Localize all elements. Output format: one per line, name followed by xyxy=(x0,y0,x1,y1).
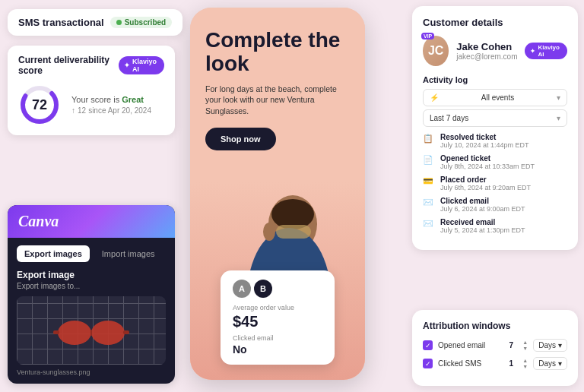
customer-klaviyo-badge: ✦ Klaviyo AI xyxy=(525,43,567,59)
attribution-row: ✓ Clicked SMS 1 ▲ ▼ Days ▾ xyxy=(423,357,567,370)
badge-dot xyxy=(116,20,122,25)
attribution-rows: ✓ Opened email 7 ▲ ▼ Days ▾ ✓ Clicked SM… xyxy=(423,339,567,370)
import-images-button[interactable]: Import images xyxy=(94,245,163,262)
popup-avatar-a: A xyxy=(233,280,251,298)
activity-label: Received email xyxy=(440,218,525,226)
unit-chevron: ▾ xyxy=(558,341,562,349)
donut-chart: 72 xyxy=(18,84,61,126)
sms-card-title: SMS transactional xyxy=(18,17,104,28)
activity-icon: ✉️ xyxy=(423,219,435,229)
score-card-header: Current deliverability score ✦ Klaviyo A… xyxy=(18,55,164,76)
attr-unit[interactable]: Days ▾ xyxy=(533,357,567,370)
shop-now-button[interactable]: Shop now xyxy=(205,128,276,150)
subscribed-badge: Subscribed xyxy=(110,17,172,28)
canva-header: Canva xyxy=(8,205,175,238)
activity-details: Opened ticket July 8th, 2024 at 10:33am … xyxy=(440,154,535,170)
attr-checkbox[interactable]: ✓ xyxy=(423,359,433,368)
svg-point-11 xyxy=(263,223,275,241)
attribution-title: Attribution windows xyxy=(423,321,567,331)
phone-inner: Complete the look For long days at the b… xyxy=(190,8,365,380)
svg-rect-4 xyxy=(90,330,92,336)
activity-icon: 📄 xyxy=(423,155,435,166)
activity-details: Placed order July 6th, 2024 at 9:20am ED… xyxy=(440,175,531,191)
activity-label: Placed order xyxy=(440,175,531,184)
attr-stepper[interactable]: ▲ ▼ xyxy=(522,358,528,369)
popup-avatar-b: B xyxy=(254,280,272,298)
attr-number: 7 xyxy=(505,341,517,349)
score-label: Your score is Great xyxy=(71,95,151,104)
svg-rect-12 xyxy=(276,225,311,239)
events-filter-chevron: ▾ xyxy=(557,93,560,102)
popup-clicked-label: Clicked email xyxy=(233,334,322,342)
customer-header: VIP JC Jake Cohen jakec@lorem.com ✦ Klav… xyxy=(423,36,567,66)
popup-clicked-value: No xyxy=(233,343,322,356)
activity-date: July 10, 2024 at 1:44pm EDT xyxy=(440,141,529,149)
activity-date: July 6th, 2024 at 9:20am EDT xyxy=(440,184,531,191)
canva-card: Canva Export images Import images Export… xyxy=(8,205,175,384)
canva-export-title: Export image xyxy=(17,270,166,280)
activity-icon: 💳 xyxy=(423,176,435,187)
score-since-date: since Apr 20, 2024 xyxy=(88,106,151,115)
score-info: Your score is Great ↑ 12 since Apr 20, 2… xyxy=(71,95,151,115)
activity-label: Resolved ticket xyxy=(440,133,529,141)
canva-logo: Canva xyxy=(18,213,59,230)
activity-date: July 8th, 2024 at 10:33am EDT xyxy=(440,163,535,170)
activity-label: Opened ticket xyxy=(440,154,535,163)
stepper-down[interactable]: ▼ xyxy=(522,364,528,369)
stepper-up[interactable]: ▲ xyxy=(522,358,528,363)
events-filter-label: All events xyxy=(481,93,514,102)
activity-label: Clicked email xyxy=(440,197,525,205)
activity-item: 💳 Placed order July 6th, 2024 at 9:20am … xyxy=(423,175,567,191)
klaviyo-star: ✦ xyxy=(124,62,130,69)
canva-image-preview xyxy=(17,296,166,365)
badge-label: Subscribed xyxy=(125,18,166,27)
stepper-up[interactable]: ▲ xyxy=(522,340,528,345)
customer-info: Jake Cohen jakec@lorem.com xyxy=(456,41,517,61)
phone-hero-desc: For long days at the beach, complete you… xyxy=(205,84,350,117)
klaviyo-badge: ✦ Klaviyo AI xyxy=(119,56,164,74)
attr-label: Clicked SMS xyxy=(438,359,500,368)
trend-icon: ↑ xyxy=(71,106,75,115)
period-filter[interactable]: Last 7 days ▾ xyxy=(423,109,567,127)
popup-avg-value: $45 xyxy=(233,313,322,330)
svg-rect-6 xyxy=(123,330,129,334)
score-since-count: 12 xyxy=(78,106,86,115)
sunglasses-icon xyxy=(53,311,129,349)
attr-unit[interactable]: Days ▾ xyxy=(533,339,567,352)
activity-item: ✉️ Clicked email July 6, 2024 at 9:00am … xyxy=(423,197,567,213)
activity-details: Clicked email July 6, 2024 at 9:00am EDT xyxy=(440,197,525,213)
phone-popup: A B Average order value $45 Clicked emai… xyxy=(221,270,335,365)
activity-icon: ✉️ xyxy=(423,198,435,208)
sms-card: SMS transactional Subscribed xyxy=(8,9,182,36)
customer-email: jakec@lorem.com xyxy=(456,52,517,61)
score-label-text: Your score is xyxy=(71,95,119,104)
popup-avatars: A B xyxy=(233,280,322,298)
attr-stepper[interactable]: ▲ ▼ xyxy=(522,340,528,351)
unit-chevron: ▾ xyxy=(558,359,562,368)
activity-log-title: Activity log xyxy=(423,75,567,84)
activity-item: 📋 Resolved ticket July 10, 2024 at 1:44p… xyxy=(423,133,567,149)
score-card: Current deliverability score ✦ Klaviyo A… xyxy=(8,46,175,135)
canva-export-desc: Export images to... xyxy=(17,282,166,290)
attr-label: Opened email xyxy=(438,341,500,349)
events-filter-icon: ⚡ xyxy=(430,93,439,102)
activity-icon: 📋 xyxy=(423,134,435,144)
customer-panel: Customer details VIP JC Jake Cohen jakec… xyxy=(412,6,578,250)
period-filter-chevron: ▾ xyxy=(557,114,560,122)
score-body: 72 Your score is Great ↑ 12 since Apr 20… xyxy=(18,84,164,126)
export-images-button[interactable]: Export images xyxy=(17,245,90,262)
stepper-down[interactable]: ▼ xyxy=(522,346,528,351)
events-filter[interactable]: ⚡ All events ▾ xyxy=(423,89,567,106)
customer-panel-title: Customer details xyxy=(423,17,567,28)
customer-avatar: VIP JC xyxy=(423,36,449,66)
attribution-panel: Attribution windows ✓ Opened email 7 ▲ ▼… xyxy=(412,310,578,386)
phone-hero-title: Complete the look xyxy=(205,29,350,76)
period-filter-label: Last 7 days xyxy=(430,114,468,122)
customer-name: Jake Cohen xyxy=(456,41,517,52)
activity-item: ✉️ Received email July 5, 2024 at 1:30pm… xyxy=(423,218,567,234)
attr-checkbox[interactable]: ✓ xyxy=(423,340,433,350)
attribution-row: ✓ Opened email 7 ▲ ▼ Days ▾ xyxy=(423,339,567,352)
score-since: ↑ 12 since Apr 20, 2024 xyxy=(71,106,151,115)
phone-hero-text: Complete the look For long days at the b… xyxy=(190,8,365,158)
activity-details: Received email July 5, 2024 at 1:30pm ED… xyxy=(440,218,525,234)
